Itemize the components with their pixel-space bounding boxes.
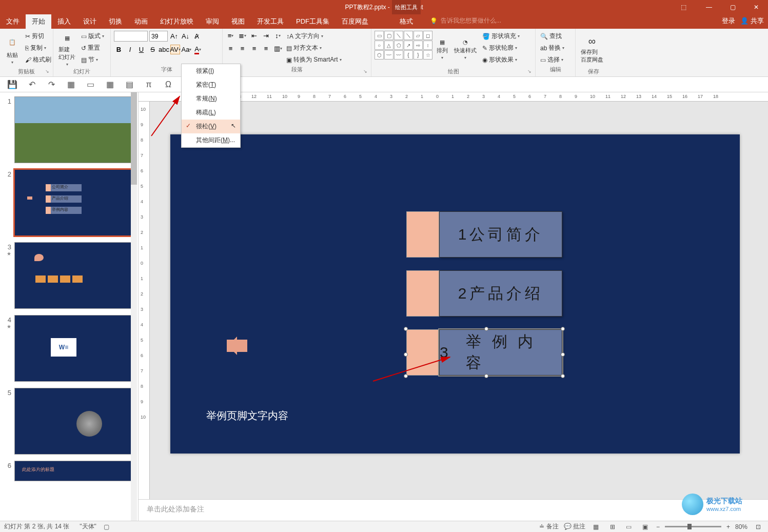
- qat-redo-icon[interactable]: ↷: [46, 80, 56, 90]
- tab-home[interactable]: 开始: [26, 14, 51, 29]
- tab-transition[interactable]: 切换: [103, 14, 128, 29]
- font-family-select[interactable]: [114, 31, 148, 42]
- close-button[interactable]: ✕: [744, 0, 768, 14]
- thumbnail-scroll-thumb[interactable]: [131, 92, 137, 185]
- align-left-button[interactable]: ≡: [226, 44, 235, 53]
- slide-thumb-5[interactable]: [14, 388, 134, 455]
- select-button[interactable]: ▭选择▾: [539, 54, 566, 65]
- share-button[interactable]: 👤 共享: [740, 16, 764, 26]
- spacing-very-loose[interactable]: 很松(V)↖: [182, 120, 240, 133]
- layout-button[interactable]: ▭版式▾: [80, 31, 106, 42]
- clipboard-dialog-launcher[interactable]: ↘: [45, 69, 51, 75]
- tab-baidu[interactable]: 百度网盘: [336, 14, 375, 29]
- slide-canvas[interactable]: 1公司简介 2 产品介绍 3 举 例 内 容: [150, 102, 768, 499]
- qat-save-icon[interactable]: 💾: [7, 80, 17, 90]
- shapes-gallery[interactable]: ▭▢＼＼▱◻ ○△⬠↗⇨↕ ⬡〰〰{}☆: [375, 31, 432, 60]
- clear-format-icon[interactable]: A̷: [192, 31, 202, 41]
- sorter-view-icon[interactable]: ⊞: [607, 522, 618, 531]
- increase-indent-button[interactable]: ⇥: [261, 31, 271, 41]
- justify-button[interactable]: ≡: [261, 44, 271, 53]
- notes-toggle[interactable]: ≐ 备注: [539, 522, 558, 531]
- slideshow-view-icon[interactable]: ▣: [640, 522, 651, 531]
- font-color-button[interactable]: A▾: [193, 45, 203, 54]
- accessibility-icon[interactable]: ▢: [104, 523, 109, 530]
- zoom-slider[interactable]: [665, 526, 721, 527]
- tab-pdf[interactable]: PDF工具集: [290, 14, 336, 29]
- save-baidu-button[interactable]: ∞ 保存到 百度网盘: [579, 31, 605, 68]
- change-case-button[interactable]: Aa▾: [182, 45, 191, 54]
- paste-button[interactable]: 📋 粘贴 ▾: [3, 31, 22, 68]
- align-text-button[interactable]: ▤对齐文本▾: [285, 43, 343, 53]
- toc-text-2[interactable]: 2 产品介绍: [439, 270, 562, 317]
- drawing-dialog-launcher[interactable]: ↘: [527, 69, 534, 75]
- find-button[interactable]: 🔍查找: [539, 31, 566, 42]
- slide-thumb-1[interactable]: [14, 96, 134, 163]
- text-direction-button[interactable]: ↕A文字方向▾: [285, 31, 343, 42]
- spacing-loose[interactable]: 稀疏(L): [182, 106, 240, 120]
- reset-button[interactable]: ↺重置: [80, 43, 106, 53]
- font-size-select[interactable]: [149, 31, 168, 42]
- qat-touchmode-icon[interactable]: ▦: [66, 80, 76, 90]
- format-painter-button[interactable]: 🖌格式刷: [24, 54, 53, 65]
- zoom-level[interactable]: 80%: [735, 523, 747, 530]
- slide-thumb-3[interactable]: [14, 242, 134, 309]
- bold-button[interactable]: B: [114, 45, 124, 54]
- reading-view-icon[interactable]: ▭: [623, 522, 635, 531]
- section-button[interactable]: ▤节▾: [80, 54, 106, 65]
- decrease-indent-button[interactable]: ⇤: [249, 31, 259, 41]
- language-indicator[interactable]: "天体": [80, 522, 96, 531]
- slide-thumbnail-panel[interactable]: 1 2 公司简介 产品介绍 举例内容 3★ 4★ W≡: [0, 92, 139, 521]
- new-slide-button[interactable]: ▦ 新建 幻灯片 ▾: [56, 31, 77, 68]
- tab-insert[interactable]: 插入: [51, 14, 77, 29]
- tab-format[interactable]: 格式: [392, 14, 421, 29]
- shape-outline-button[interactable]: ✎形状轮廓▾: [481, 43, 521, 53]
- zoom-out-button[interactable]: −: [656, 523, 660, 530]
- bullets-button[interactable]: ≡▾: [226, 31, 235, 41]
- notes-pane[interactable]: 单击此处添加备注: [139, 499, 768, 521]
- convert-smartart-button[interactable]: ▣转换为 SmartArt▾: [285, 54, 343, 65]
- tell-me-search[interactable]: 💡 告诉我您想要做什么...: [430, 16, 501, 25]
- tab-developer[interactable]: 开发工具: [251, 14, 290, 29]
- tab-animation[interactable]: 动画: [128, 14, 154, 29]
- shadow-button[interactable]: abc: [159, 45, 169, 54]
- slide-thumb-4[interactable]: W≡: [14, 315, 134, 382]
- spacing-tight[interactable]: 紧密(T): [182, 78, 240, 92]
- tab-view[interactable]: 视图: [225, 14, 251, 29]
- login-link[interactable]: 登录: [722, 16, 735, 26]
- underline-button[interactable]: U: [136, 45, 146, 54]
- vertical-ruler[interactable]: 10987654321012345678910: [139, 102, 150, 499]
- spacing-more[interactable]: 其他间距(M)...: [182, 133, 240, 147]
- strikethrough-button[interactable]: S: [148, 45, 157, 54]
- replace-button[interactable]: ab替换▾: [539, 43, 566, 53]
- spacing-very-tight[interactable]: 很紧(I): [182, 64, 240, 78]
- ribbon-display-options-icon[interactable]: ⬚: [677, 0, 690, 14]
- toc-number-3[interactable]: [406, 329, 439, 376]
- maximize-button[interactable]: ▢: [721, 0, 744, 14]
- copy-button[interactable]: ⎘复制▾: [24, 43, 53, 53]
- toc-number-2[interactable]: [406, 270, 439, 317]
- pink-arrow-shape[interactable]: [227, 340, 247, 352]
- tab-file[interactable]: 文件: [0, 14, 26, 29]
- slide-thumb-6[interactable]: 此处添片的标题: [14, 461, 134, 481]
- fit-window-icon[interactable]: ⊡: [753, 522, 764, 531]
- slide-thumb-2[interactable]: 公司简介 产品介绍 举例内容: [14, 169, 134, 236]
- qat-symbol-icon[interactable]: Ω: [163, 80, 173, 90]
- arrange-button[interactable]: ▦排列▾: [435, 31, 450, 68]
- qat-action-icon[interactable]: ▦: [105, 80, 115, 90]
- paragraph-dialog-launcher[interactable]: ↘: [363, 69, 369, 75]
- tab-slideshow[interactable]: 幻灯片放映: [154, 14, 200, 29]
- normal-view-icon[interactable]: ▦: [590, 522, 602, 531]
- qat-equation-icon[interactable]: π: [144, 80, 154, 90]
- tab-design[interactable]: 设计: [77, 14, 103, 29]
- toc-text-1[interactable]: 1公司简介: [439, 211, 562, 258]
- tab-review[interactable]: 审阅: [200, 14, 225, 29]
- qat-object-icon[interactable]: ▤: [124, 80, 134, 90]
- comments-toggle[interactable]: 💬 批注: [564, 522, 585, 531]
- align-right-button[interactable]: ≡: [249, 44, 259, 53]
- shape-effects-button[interactable]: ◉形状效果▾: [481, 54, 521, 65]
- zoom-in-button[interactable]: +: [726, 523, 730, 530]
- toc-text-3[interactable]: 3 举 例 内 容: [439, 329, 562, 376]
- numbering-button[interactable]: ≣▾: [238, 31, 247, 41]
- qat-header-icon[interactable]: ▭: [85, 80, 95, 90]
- cut-button[interactable]: ✂剪切: [24, 31, 53, 42]
